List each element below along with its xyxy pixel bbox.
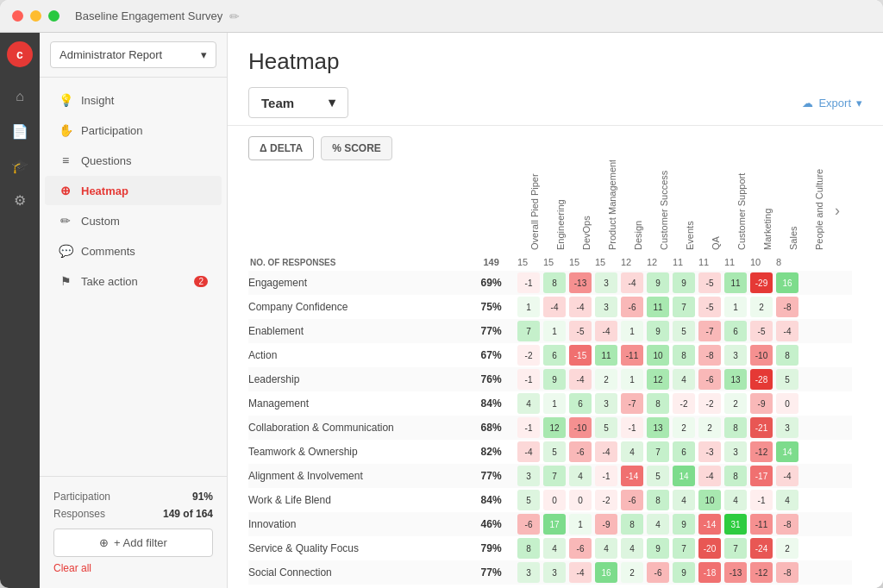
- table-row: Feedback & Recognition66%: [248, 585, 852, 588]
- resp-col-12: [800, 253, 826, 271]
- row-label-cell: Collaboration & Communication: [248, 416, 467, 440]
- heatmap-container[interactable]: Overall Pied Piper Engineering DevOps Pr…: [228, 160, 883, 588]
- export-button[interactable]: ☁ Export ▾: [802, 97, 862, 109]
- cloud-icon: ☁: [802, 97, 813, 109]
- more-icon[interactable]: ›: [828, 202, 847, 219]
- take-action-icon: ⚑: [59, 274, 72, 288]
- responses-label: NO. OF RESPONSES: [248, 253, 467, 271]
- row-label-cell: Social Connection: [248, 560, 467, 585]
- row-label-cell: Innovation: [248, 512, 467, 536]
- heatmap-cell: -6: [567, 536, 593, 560]
- heatmap-cell: -10: [567, 416, 593, 440]
- sidebar-item-heatmap[interactable]: ⊕ Heatmap: [45, 176, 222, 205]
- more-cols[interactable]: ›: [826, 167, 852, 253]
- chevron-down-icon: ▾: [329, 95, 335, 110]
- row-label-cell: Teamwork & Ownership: [248, 440, 467, 464]
- heatmap-cell: 4: [671, 367, 697, 391]
- heatmap-cell: -6: [697, 367, 723, 391]
- resp-col-5: 12: [619, 253, 645, 271]
- heatmap-cell: -29: [748, 271, 774, 295]
- heatmap-cell: 0: [774, 391, 800, 416]
- heatmap-cell: 4: [774, 488, 800, 512]
- heatmap-cell: 0: [567, 488, 593, 512]
- row-pct-cell: 84%: [467, 488, 516, 512]
- heatmap-cell: 3: [516, 560, 542, 585]
- heatmap-cell: -13: [723, 560, 748, 585]
- admin-report-dropdown[interactable]: Administrator Report ▾: [50, 41, 216, 68]
- heatmap-cell: 7: [671, 295, 697, 319]
- heatmap-cell: -4: [774, 319, 800, 343]
- col-header-sales: Sales: [774, 167, 800, 253]
- row-extra: [826, 440, 852, 464]
- heatmap-cell: -17: [748, 464, 774, 488]
- nav-home-icon[interactable]: ⌂: [4, 81, 35, 112]
- heatmap-cell: [800, 343, 826, 367]
- heatmap-cell: 9: [645, 271, 671, 295]
- row-pct-cell: 46%: [467, 512, 516, 536]
- plus-icon: ⊕: [99, 536, 109, 549]
- sidebar-item-take-action[interactable]: ⚑ Take action 2: [45, 266, 222, 296]
- delta-button[interactable]: Δ DELTA: [248, 136, 314, 160]
- heatmap-cell: -6: [619, 488, 645, 512]
- heatmap-cell: -4: [697, 464, 723, 488]
- heatmap-cell: 13: [723, 367, 748, 391]
- sidebar-item-questions[interactable]: ≡ Questions: [45, 146, 222, 175]
- heatmap-cell: 3: [516, 464, 542, 488]
- row-pct-cell: 82%: [467, 440, 516, 464]
- nav-logo[interactable]: c: [7, 41, 33, 67]
- nav-book-icon[interactable]: 🎓: [4, 150, 35, 181]
- heatmap-cell: 2: [748, 295, 774, 319]
- table-row: Enablement77%71-5-4195-76-5-4: [248, 319, 852, 343]
- heatmap-cell: 8: [542, 271, 567, 295]
- comments-icon: 💬: [59, 244, 72, 258]
- heatmap-cell: 7: [645, 440, 671, 464]
- heatmap-cell: 5: [542, 440, 567, 464]
- heatmap-cell: -6: [619, 295, 645, 319]
- team-dropdown[interactable]: Team ▾: [248, 87, 348, 118]
- heatmap-cell: -2: [697, 391, 723, 416]
- heatmap-cell: 11: [723, 271, 748, 295]
- row-label-cell: Enablement: [248, 319, 467, 343]
- sidebar-item-participation[interactable]: ✋ Participation: [45, 116, 222, 145]
- heatmap-cell: [619, 585, 645, 588]
- row-extra: [826, 512, 852, 536]
- row-pct-cell: 77%: [467, 319, 516, 343]
- close-btn[interactable]: [12, 10, 23, 22]
- heatmap-cell: [800, 295, 826, 319]
- resp-col-11: 8: [774, 253, 800, 271]
- responses-stat: Responses 149 of 164: [53, 508, 213, 520]
- heatmap-rows: Engagement69%-18-133-499-511-2916Company…: [248, 271, 852, 588]
- sidebar-item-comments[interactable]: 💬 Comments: [45, 236, 222, 266]
- resp-col-8: 11: [697, 253, 723, 271]
- table-row: Management84%4163-78-2-22-90: [248, 391, 852, 416]
- nav-settings-icon[interactable]: ⚙: [4, 185, 35, 216]
- heatmap-cell: -11: [748, 512, 774, 536]
- heatmap-cell: 16: [593, 560, 619, 585]
- insight-icon: 💡: [59, 93, 72, 107]
- participation-stat: Participation 91%: [53, 491, 213, 503]
- heatmap-cell: 5: [593, 416, 619, 440]
- score-button[interactable]: % SCORE: [321, 136, 392, 160]
- nav-doc-icon[interactable]: 📄: [4, 116, 35, 147]
- minimize-btn[interactable]: [30, 10, 41, 22]
- heatmap-cell: [800, 391, 826, 416]
- heatmap-cell: -5: [748, 319, 774, 343]
- sidebar-item-custom[interactable]: ✏ Custom: [45, 206, 222, 235]
- maximize-btn[interactable]: [48, 10, 59, 22]
- heatmap-cell: -4: [542, 295, 567, 319]
- add-filter-button[interactable]: ⊕ + Add filter: [53, 529, 213, 557]
- heatmap-cell: -6: [645, 560, 671, 585]
- heatmap-cell: 2: [697, 416, 723, 440]
- pencil-icon[interactable]: ✏: [229, 9, 240, 23]
- clear-all-link[interactable]: Clear all: [53, 562, 213, 574]
- sidebar-item-insight[interactable]: 💡 Insight: [45, 85, 222, 115]
- heatmap-cell: -2: [671, 391, 697, 416]
- row-pct-cell: 68%: [467, 416, 516, 440]
- heatmap-cell: [800, 416, 826, 440]
- row-extra: [826, 536, 852, 560]
- heatmap-cell: [567, 585, 593, 588]
- heatmap-cell: -8: [774, 560, 800, 585]
- resp-col-2: 15: [542, 253, 567, 271]
- heatmap-cell: -4: [516, 440, 542, 464]
- heatmap-cell: 5: [671, 319, 697, 343]
